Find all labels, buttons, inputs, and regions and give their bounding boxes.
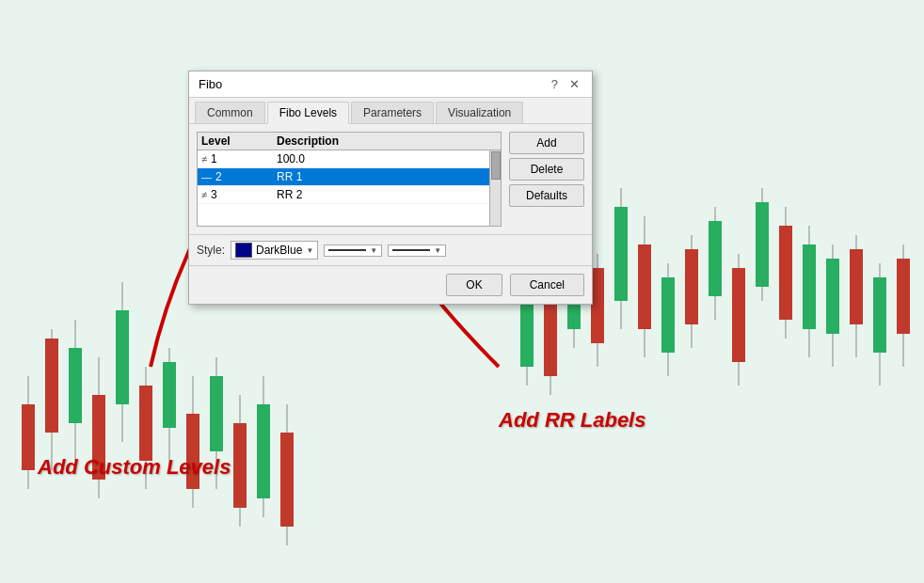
row2-icon: — — [201, 171, 212, 182]
add-button[interactable]: Add — [509, 132, 584, 154]
color-dropdown[interactable]: DarkBlue ▼ — [231, 241, 318, 260]
row1-icon: ≠ — [201, 153, 207, 165]
tab-parameters[interactable]: Parameters — [351, 102, 434, 123]
dialog-footer: OK Cancel — [189, 265, 592, 304]
table-header: Level Description — [198, 133, 501, 150]
svg-rect-17 — [210, 376, 223, 451]
line-width-preview — [392, 249, 430, 251]
dialog-titlebar: Fibo ? ✕ — [189, 71, 592, 98]
row3-desc: RR 2 — [277, 188, 497, 201]
svg-rect-31 — [591, 268, 604, 343]
scroll-thumb[interactable] — [491, 151, 501, 180]
svg-rect-55 — [873, 277, 886, 353]
svg-rect-41 — [709, 221, 722, 296]
svg-rect-33 — [614, 207, 628, 301]
tab-visualization[interactable]: Visualization — [436, 102, 523, 123]
svg-rect-49 — [803, 244, 816, 329]
line-width-dropdown-arrow: ▼ — [434, 246, 441, 255]
row1-desc: 100.0 — [277, 152, 497, 165]
style-label: Style: — [197, 244, 225, 257]
add-custom-levels-label: Add Custom Levels — [38, 455, 231, 480]
line-preview — [328, 249, 366, 251]
cancel-button[interactable]: Cancel — [510, 274, 584, 296]
table-row[interactable]: ≠1 100.0 — [198, 150, 501, 168]
color-name: DarkBlue — [256, 244, 302, 257]
row2-level: —2 — [201, 170, 277, 183]
svg-rect-57 — [897, 259, 910, 334]
fibo-dialog: Fibo ? ✕ Common Fibo Levels Parameters V… — [188, 71, 593, 305]
close-button[interactable]: ✕ — [566, 77, 582, 91]
svg-rect-5 — [69, 348, 82, 423]
col-desc-header: Description — [277, 134, 497, 148]
row2-desc: RR 1 — [277, 170, 497, 183]
svg-rect-13 — [163, 362, 176, 428]
svg-rect-37 — [661, 277, 675, 353]
svg-rect-43 — [732, 268, 745, 362]
svg-rect-11 — [139, 386, 152, 461]
line-style-dropdown[interactable]: ▼ — [324, 244, 382, 257]
dialog-content: Level Description ≠1 100.0 —2 RR 1 — [189, 124, 592, 234]
color-swatch — [235, 243, 252, 258]
row3-level: ≠3 — [201, 188, 277, 201]
col-level-header: Level — [201, 134, 277, 148]
delete-button[interactable]: Delete — [509, 158, 584, 181]
svg-rect-21 — [257, 404, 270, 498]
style-row: Style: DarkBlue ▼ ▼ ▼ — [189, 234, 592, 265]
tab-common[interactable]: Common — [195, 102, 265, 123]
line-width-dropdown[interactable]: ▼ — [388, 244, 446, 257]
svg-rect-39 — [685, 249, 698, 324]
svg-rect-3 — [45, 339, 58, 433]
svg-rect-51 — [826, 259, 839, 334]
line-dropdown-arrow: ▼ — [370, 246, 377, 255]
table-row[interactable]: —2 RR 1 — [198, 168, 501, 186]
table-row[interactable]: ≠3 RR 2 — [198, 186, 501, 204]
svg-rect-45 — [756, 202, 769, 287]
dialog-tabs: Common Fibo Levels Parameters Visualizat… — [189, 98, 592, 124]
svg-rect-23 — [280, 433, 294, 527]
svg-rect-19 — [233, 423, 247, 508]
row3-icon: ≠ — [201, 189, 207, 200]
svg-rect-53 — [850, 249, 863, 324]
color-dropdown-arrow: ▼ — [306, 246, 313, 255]
table-scroll-area[interactable]: ≠1 100.0 —2 RR 1 ≠3 RR 2 — [198, 150, 501, 226]
defaults-button[interactable]: Defaults — [509, 184, 584, 207]
svg-rect-35 — [638, 244, 651, 329]
tab-fibo-levels[interactable]: Fibo Levels — [267, 102, 349, 124]
svg-rect-47 — [779, 226, 792, 320]
action-buttons: Add Delete Defaults — [509, 132, 584, 227]
svg-rect-1 — [22, 404, 35, 470]
help-button[interactable]: ? — [549, 77, 561, 91]
levels-table: Level Description ≠1 100.0 —2 RR 1 — [197, 132, 502, 227]
dialog-title: Fibo — [199, 77, 222, 91]
add-rr-labels-label: Add RR Labels — [499, 408, 645, 433]
svg-rect-9 — [116, 310, 129, 404]
dialog-controls: ? ✕ — [549, 77, 582, 91]
ok-button[interactable]: OK — [446, 274, 502, 296]
table-scrollbar[interactable] — [489, 150, 501, 226]
row1-level: ≠1 — [201, 152, 277, 165]
